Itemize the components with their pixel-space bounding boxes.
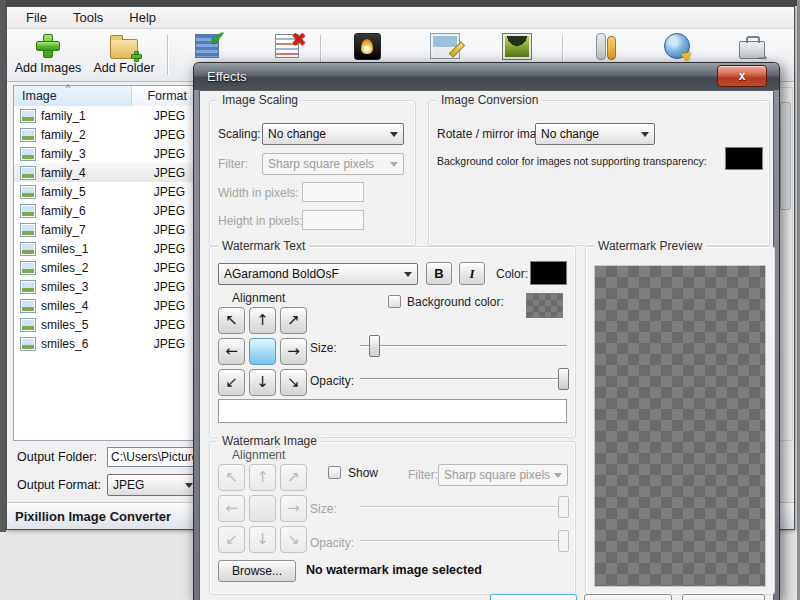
menu-help[interactable]: Help [118, 8, 167, 27]
alignment-arrow-button[interactable]: ↘ [280, 369, 307, 396]
italic-button[interactable]: I [459, 262, 485, 285]
file-list-panel: Image ^ Format family_1 JPEG family_2 JP… [13, 85, 204, 441]
alignment-arrow-button[interactable] [249, 338, 276, 365]
alignment-arrow-button: ↖ [218, 464, 245, 491]
watermark-image-legend: Watermark Image [218, 434, 321, 448]
select-check-icon: ✔ [193, 32, 221, 60]
text-background-color-checkbox[interactable] [388, 295, 401, 308]
image-opacity-slider [360, 530, 567, 552]
dialog-client-area: Image Scaling Scaling: No change Filter:… [199, 90, 774, 600]
image-thumbnail-icon [20, 261, 36, 275]
add-folder-icon [110, 32, 138, 60]
chevron-down-icon [390, 132, 398, 141]
scrollbar-thumb[interactable] [780, 102, 791, 210]
image-thumbnail-icon [20, 109, 36, 123]
text-color-swatch[interactable] [530, 261, 567, 285]
file-row[interactable]: family_1 JPEG [14, 106, 203, 125]
image-conversion-legend: Image Conversion [437, 93, 542, 107]
dialog-title: Effects [194, 69, 247, 84]
close-button[interactable]: x [717, 65, 767, 87]
text-opacity-label: Opacity: [310, 374, 354, 388]
file-format: JPEG [123, 166, 203, 180]
file-row[interactable]: family_6 JPEG [14, 201, 203, 220]
alignment-arrow-button: ↘ [280, 526, 307, 553]
file-name: family_7 [41, 223, 123, 237]
image-thumbnail-icon [20, 280, 36, 294]
dialog-title-bar[interactable]: Effects [194, 63, 779, 90]
watermark-text-input[interactable] [218, 399, 567, 423]
remove-x-icon: ✖ [273, 32, 301, 60]
file-row[interactable]: smiles_1 JPEG [14, 239, 203, 258]
file-row[interactable]: smiles_2 JPEG [14, 258, 203, 277]
alignment-arrow-button[interactable]: → [280, 338, 307, 365]
image-thumbnail-icon [20, 147, 36, 161]
watermark-font-select[interactable]: AGaramond BoldOsF [218, 263, 418, 285]
browse-button[interactable]: Browse... [218, 560, 296, 582]
close-icon: x [739, 69, 746, 83]
column-header-image[interactable]: Image ^ [14, 86, 132, 106]
scaling-label: Scaling: [218, 127, 261, 141]
file-row[interactable]: smiles_3 JPEG [14, 277, 203, 296]
briefcase-convert-icon: → [738, 32, 766, 60]
output-format-row: Output Format: JPEG [17, 474, 199, 496]
file-format: JPEG [123, 147, 203, 161]
image-column-label: Image [22, 89, 57, 103]
file-name: smiles_5 [41, 318, 123, 332]
filter-value: Sharp square pixels [268, 157, 374, 171]
file-row[interactable]: family_3 JPEG [14, 144, 203, 163]
alignment-arrow-button[interactable]: ← [218, 338, 245, 365]
chevron-down-icon [554, 473, 562, 482]
italic-label: I [469, 266, 474, 282]
alignment-arrow-button[interactable]: ↑ [249, 307, 276, 334]
show-watermark-checkbox[interactable] [328, 466, 341, 479]
alignment-arrow-button: ↗ [280, 464, 307, 491]
image-alignment-grid: ↖↑↗←→↙↓↘ [218, 464, 307, 553]
image-conversion-group: Image Conversion Rotate / mirror image: … [428, 100, 770, 246]
wrench-icon [591, 32, 619, 60]
watermark-text-legend: Watermark Text [218, 239, 309, 253]
alignment-arrow-button[interactable]: ↙ [218, 369, 245, 396]
file-format: JPEG [123, 223, 203, 237]
file-row[interactable]: family_2 JPEG [14, 125, 203, 144]
background-color-swatch[interactable] [725, 147, 763, 170]
image-thumbnail-icon [20, 337, 36, 351]
chevron-down-icon [404, 272, 412, 281]
alignment-arrow-button: ↙ [218, 526, 245, 553]
list-vertical-scrollbar[interactable] [778, 87, 793, 441]
cancel-button[interactable]: Cancel [584, 594, 672, 600]
ok-button[interactable]: OK [490, 594, 577, 600]
text-background-color-swatch[interactable] [526, 293, 563, 318]
add-folder-button[interactable]: Add Folder [89, 32, 159, 78]
watermark-preview-legend: Watermark Preview [594, 239, 706, 253]
image-scaling-legend: Image Scaling [218, 93, 302, 107]
slider-thumb[interactable] [558, 368, 569, 390]
slider-thumb[interactable] [369, 335, 380, 357]
bold-button[interactable]: B [426, 262, 452, 285]
file-row[interactable]: smiles_4 JPEG [14, 296, 203, 315]
rotate-mirror-select[interactable]: No change [535, 123, 655, 145]
image-scaling-group: Image Scaling Scaling: No change Filter:… [209, 100, 416, 246]
help-button[interactable]: Help [682, 594, 765, 600]
alignment-arrow-button[interactable]: ↓ [249, 369, 276, 396]
file-row[interactable]: family_5 JPEG [14, 182, 203, 201]
output-format-value: JPEG [113, 478, 144, 492]
file-row[interactable]: family_7 JPEG [14, 220, 203, 239]
file-row[interactable]: family_4 JPEG [14, 163, 203, 182]
file-list-header: Image ^ Format [14, 86, 203, 107]
text-size-label: Size: [310, 341, 337, 355]
scaling-select[interactable]: No change [262, 123, 404, 145]
output-format-select[interactable]: JPEG [107, 474, 199, 496]
add-images-button[interactable]: Add Images [15, 32, 81, 78]
alignment-arrow-button: → [280, 495, 307, 522]
menu-tools[interactable]: Tools [62, 8, 114, 27]
alignment-arrow-button[interactable]: ↗ [280, 307, 307, 334]
file-name: smiles_1 [41, 242, 123, 256]
alignment-arrow-button[interactable]: ↖ [218, 307, 245, 334]
text-opacity-slider[interactable] [360, 368, 567, 390]
toolbar-separator [167, 35, 168, 75]
image-thumbnail-icon [20, 299, 36, 313]
text-size-slider[interactable] [360, 335, 567, 357]
file-row[interactable]: smiles_6 JPEG [14, 334, 203, 353]
menu-file[interactable]: File [15, 8, 58, 27]
file-row[interactable]: smiles_5 JPEG [14, 315, 203, 334]
